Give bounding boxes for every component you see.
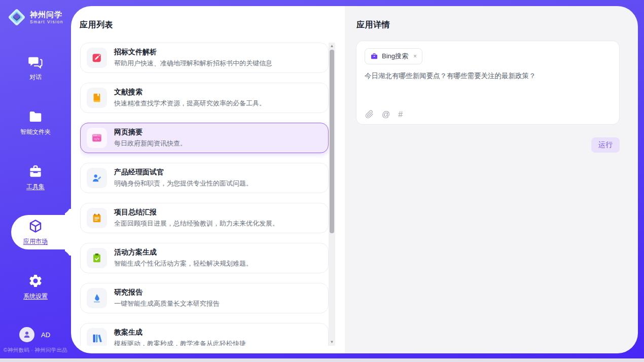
notepad-icon bbox=[87, 208, 107, 228]
sidebar-item-label: 对话 bbox=[29, 73, 42, 82]
sidebar: 神州问学 Smart Vision 对话智能文件夹工具集应用市场系统设置 AD … bbox=[0, 0, 71, 358]
app-card[interactable]: 招标文件解析帮助用户快速、准确地理解和解析招标书中的关键信息 bbox=[80, 43, 329, 73]
content-area: 应用列表 招标文件解析帮助用户快速、准确地理解和解析招标书中的关键信息文献搜索快… bbox=[71, 6, 638, 353]
app-card-description: 全面回顾项目进展，总结经验教训，助力未来优化发展。 bbox=[114, 219, 279, 228]
app-card-title: 教案生成 bbox=[114, 328, 246, 337]
run-button[interactable]: 运行 bbox=[591, 137, 620, 153]
cube-icon bbox=[28, 219, 43, 234]
app-card-text: 网页摘要每日政府新闻资讯快查。 bbox=[114, 128, 187, 148]
briefcase-icon bbox=[370, 52, 378, 60]
sidebar-item-label: 工具集 bbox=[26, 183, 45, 191]
app-frame: 神州问学 Smart Vision 对话智能文件夹工具集应用市场系统设置 AD … bbox=[0, 0, 644, 358]
app-card-text: 产品经理面试官明确身份和职责，为您提供专业性的面试问题。 bbox=[114, 168, 253, 188]
app-detail-panel: 应用详情 Bing搜索 × 今日湖北有哪些新闻要点？有哪些需要关注的最新政策？ bbox=[345, 6, 638, 353]
app-card-description: 快速精准查找学术资源，提高研究效率的必备工具。 bbox=[114, 99, 266, 108]
app-card-title: 活动方案生成 bbox=[114, 248, 253, 257]
brand-tagline: Smart Vision bbox=[30, 19, 63, 24]
app-card-text: 招标文件解析帮助用户快速、准确地理解和解析招标书中的关键信息 bbox=[114, 48, 272, 68]
brand-name: 神州问学 bbox=[30, 10, 63, 19]
app-card-text: 活动方案生成智能生成个性化活动方案，轻松解决规划难题。 bbox=[114, 248, 253, 268]
app-card-description: 明确身份和职责，为您提供专业性的面试问题。 bbox=[114, 179, 253, 188]
app-card-text: 教案生成模板驱动，教案秒成，教学准备从此轻松快捷 bbox=[114, 328, 246, 346]
window-bottom-edge bbox=[0, 358, 644, 362]
gear-icon bbox=[28, 273, 43, 288]
app-card-text: 文献搜索快速精准查找学术资源，提高研究效率的必备工具。 bbox=[114, 88, 266, 108]
app-card-description: 智能生成个性化活动方案，轻松解决规划难题。 bbox=[114, 259, 253, 268]
attachment-icon[interactable] bbox=[365, 110, 374, 119]
avatar-person-icon bbox=[19, 327, 34, 342]
tool-tag-close-icon[interactable]: × bbox=[413, 53, 417, 60]
svg-text:</>: </> bbox=[94, 137, 100, 140]
scrollbar-up-arrow[interactable]: ▲ bbox=[329, 43, 335, 49]
sidebar-nav: 对话智能文件夹工具集应用市场系统设置 bbox=[0, 55, 71, 329]
composer-toolbar: @ # bbox=[365, 110, 403, 119]
clipboard-check-icon bbox=[87, 248, 107, 268]
app-detail-title: 应用详情 bbox=[356, 20, 390, 30]
app-list-panel: 应用列表 招标文件解析帮助用户快速、准确地理解和解析招标书中的关键信息文献搜索快… bbox=[71, 6, 345, 353]
app-card-description: 帮助用户快速、准确地理解和解析招标书中的关键信息 bbox=[114, 59, 272, 68]
app-card-description: 模板驱动，教案秒成，教学准备从此轻松快捷 bbox=[114, 339, 246, 346]
app-card-title: 招标文件解析 bbox=[114, 48, 272, 57]
sidebar-item-toolset[interactable]: 工具集 bbox=[0, 164, 71, 191]
sidebar-item-app-market[interactable]: 应用市场 bbox=[0, 219, 71, 245]
sidebar-footer: ©神州数码 · 神州问学出品 bbox=[0, 347, 71, 354]
app-card[interactable]: 教案生成模板驱动，教案秒成，教学准备从此轻松快捷 bbox=[80, 323, 329, 346]
user-name: AD bbox=[41, 331, 50, 339]
sidebar-item-smart-folder[interactable]: 智能文件夹 bbox=[0, 110, 71, 136]
scrollbar: ▲ ▼ bbox=[329, 43, 335, 346]
app-card[interactable]: </>网页摘要每日政府新闻资讯快查。 bbox=[80, 123, 329, 153]
folder-icon bbox=[28, 109, 43, 124]
app-card-description: 一键智能生成高质量长文本研究报告 bbox=[114, 299, 220, 308]
edit-document-icon bbox=[87, 48, 107, 68]
tool-tag-label: Bing搜索 bbox=[382, 52, 408, 61]
app-card[interactable]: 产品经理面试官明确身份和职责，为您提供专业性的面试问题。 bbox=[80, 163, 329, 193]
scrollbar-down-arrow[interactable]: ▼ bbox=[329, 339, 335, 345]
web-browser-icon: </> bbox=[87, 128, 107, 148]
interviewer-icon bbox=[87, 168, 107, 188]
app-card-description: 每日政府新闻资讯快查。 bbox=[114, 139, 187, 148]
brand-diamond-icon bbox=[7, 8, 26, 27]
chat-icon bbox=[28, 54, 43, 69]
prompt-card: Bing搜索 × 今日湖北有哪些新闻要点？有哪些需要关注的最新政策？ @ # bbox=[356, 41, 620, 125]
query-text[interactable]: 今日湖北有哪些新闻要点？有哪些需要关注的最新政策？ bbox=[365, 71, 611, 81]
brand-logo: 神州问学 Smart Vision bbox=[0, 0, 71, 27]
sidebar-item-label: 应用市场 bbox=[23, 237, 48, 246]
app-list-title: 应用列表 bbox=[80, 20, 113, 30]
app-card-title: 项目总结汇报 bbox=[114, 208, 279, 217]
sidebar-item-system-settings[interactable]: 系统设置 bbox=[0, 274, 71, 300]
book-icon bbox=[87, 88, 107, 108]
sidebar-item-label: 系统设置 bbox=[23, 292, 48, 301]
mention-icon[interactable]: @ bbox=[382, 111, 390, 119]
app-card[interactable]: 项目总结汇报全面回顾项目进展，总结经验教训，助力未来优化发展。 bbox=[80, 203, 329, 233]
sidebar-item-label: 智能文件夹 bbox=[20, 128, 51, 136]
app-card-title: 文献搜索 bbox=[114, 88, 266, 97]
app-card-list: 招标文件解析帮助用户快速、准确地理解和解析招标书中的关键信息文献搜索快速精准查找… bbox=[80, 43, 329, 346]
app-card[interactable]: 研究报告一键智能生成高质量长文本研究报告 bbox=[80, 283, 329, 313]
research-pen-icon bbox=[87, 288, 107, 308]
toolbox-icon bbox=[28, 164, 43, 179]
tool-tag-bing-search[interactable]: Bing搜索 × bbox=[365, 48, 422, 64]
app-card[interactable]: 文献搜索快速精准查找学术资源，提高研究效率的必备工具。 bbox=[80, 83, 329, 113]
app-card-title: 网页摘要 bbox=[114, 128, 187, 137]
app-card-text: 项目总结汇报全面回顾项目进展，总结经验教训，助力未来优化发展。 bbox=[114, 208, 279, 228]
sidebar-item-chat[interactable]: 对话 bbox=[0, 55, 71, 81]
hash-icon[interactable]: # bbox=[398, 111, 403, 119]
books-icon bbox=[87, 328, 107, 346]
app-card-title: 产品经理面试官 bbox=[114, 168, 253, 177]
app-card[interactable]: 活动方案生成智能生成个性化活动方案，轻松解决规划难题。 bbox=[80, 243, 329, 273]
app-card-text: 研究报告一键智能生成高质量长文本研究报告 bbox=[114, 288, 220, 308]
app-card-title: 研究报告 bbox=[114, 288, 220, 297]
user-row[interactable]: AD bbox=[0, 327, 71, 342]
scrollbar-thumb[interactable] bbox=[330, 50, 334, 233]
